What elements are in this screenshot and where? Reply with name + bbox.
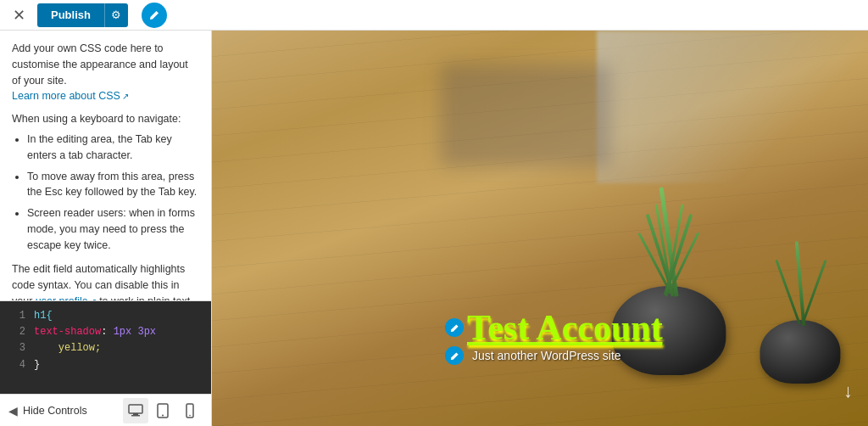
pencil-icon-top bbox=[148, 9, 160, 21]
preview-area: Test Account Just another WordPress site… bbox=[212, 31, 868, 426]
svg-rect-0 bbox=[129, 405, 142, 413]
scroll-down-indicator: ↓ bbox=[843, 380, 853, 402]
hide-controls-label: Hide Controls bbox=[23, 405, 87, 417]
left-panel-content: Add your own CSS code here to customise … bbox=[0, 31, 211, 300]
right-plant bbox=[749, 222, 851, 384]
close-icon: ✕ bbox=[13, 6, 25, 25]
svg-point-6 bbox=[189, 414, 191, 416]
settings-button[interactable]: ⚙ bbox=[104, 3, 128, 27]
right-plant-pot bbox=[760, 320, 841, 384]
left-panel: Add your own CSS code here to customise … bbox=[0, 31, 212, 426]
arrow-left-icon: ◀ bbox=[8, 404, 18, 418]
svg-point-4 bbox=[162, 414, 164, 416]
left-panel-scroll[interactable]: Add your own CSS code here to customise … bbox=[0, 31, 211, 300]
pencil-icon-title bbox=[450, 323, 459, 333]
keyboard-tips-list: In the editing area, the Tab key enters … bbox=[12, 132, 199, 253]
keyboard-tip-1: In the editing area, the Tab key enters … bbox=[27, 132, 199, 164]
window-blur-overlay bbox=[597, 31, 868, 183]
hide-controls-button[interactable]: ◀ Hide Controls bbox=[8, 404, 87, 418]
keyboard-tip-3: Screen reader users: when in forms mode,… bbox=[27, 205, 199, 253]
mobile-icon bbox=[186, 403, 194, 418]
site-title-row: Test Account bbox=[445, 310, 663, 345]
learn-more-css-link[interactable]: Learn more about CSS bbox=[12, 90, 129, 102]
keyboard-heading: When using a keyboard to navigate: bbox=[12, 113, 199, 125]
site-title-section: Test Account bbox=[445, 310, 663, 345]
close-button[interactable]: ✕ bbox=[7, 3, 31, 27]
code-line-1: 1 h1{ bbox=[8, 308, 203, 324]
edit-tagline-button[interactable] bbox=[445, 346, 464, 365]
edit-pencil-button-top[interactable] bbox=[142, 3, 167, 28]
tablet-view-button[interactable] bbox=[150, 398, 175, 423]
info-text-css: Add your own CSS code here to customise … bbox=[12, 41, 199, 104]
code-line-3: 3 yellow; bbox=[8, 340, 203, 356]
edit-title-button[interactable] bbox=[445, 318, 464, 337]
code-line-4: 4 } bbox=[8, 357, 203, 373]
edit-field-text: The edit field automatically highlights … bbox=[12, 261, 199, 300]
plant-spikes-container bbox=[643, 187, 694, 297]
site-tagline-section: Just another WordPress site bbox=[445, 346, 621, 365]
keyboard-tip-2: To move away from this area, press the E… bbox=[27, 169, 199, 201]
top-bar: ✕ Publish ⚙ bbox=[0, 0, 868, 31]
publish-button[interactable]: Publish bbox=[37, 3, 104, 27]
code-line-2: 2 text-shadow: 1px 3px bbox=[8, 324, 203, 340]
main-content: Add your own CSS code here to customise … bbox=[0, 31, 868, 426]
site-title: Test Account bbox=[467, 310, 663, 345]
main-plant bbox=[601, 188, 737, 375]
svg-rect-1 bbox=[133, 413, 138, 415]
svg-rect-2 bbox=[131, 415, 140, 417]
furniture-blur-1 bbox=[441, 64, 610, 166]
tablet-icon bbox=[157, 403, 169, 418]
pencil-icon-tagline bbox=[450, 351, 459, 361]
right-plant-foliage bbox=[766, 224, 834, 326]
publish-group: Publish ⚙ bbox=[37, 3, 128, 27]
gear-icon: ⚙ bbox=[111, 8, 121, 21]
site-tagline: Just another WordPress site bbox=[472, 349, 621, 362]
bottom-bar: ◀ Hide Controls bbox=[0, 394, 211, 426]
mobile-view-button[interactable] bbox=[177, 398, 203, 423]
user-profile-link[interactable]: user profile bbox=[36, 295, 97, 300]
desktop-view-button[interactable] bbox=[123, 398, 148, 423]
css-code-editor[interactable]: 1 h1{ 2 text-shadow: 1px 3px 3 yellow; 4… bbox=[0, 300, 211, 394]
right-spike-3 bbox=[801, 260, 826, 324]
desktop-icon bbox=[128, 404, 143, 418]
device-icons bbox=[123, 398, 203, 423]
